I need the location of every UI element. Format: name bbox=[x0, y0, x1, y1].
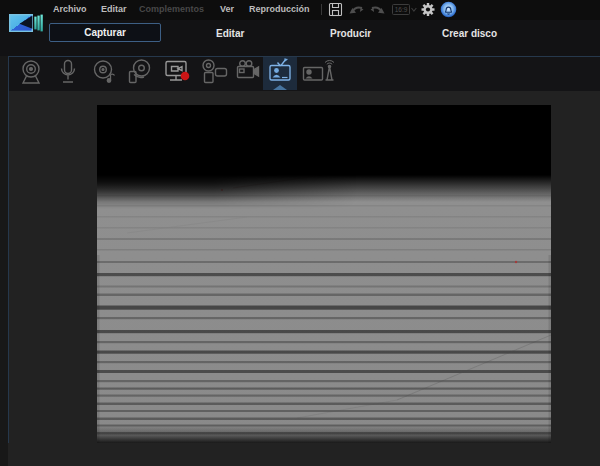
svg-text:16:9: 16:9 bbox=[395, 6, 408, 13]
